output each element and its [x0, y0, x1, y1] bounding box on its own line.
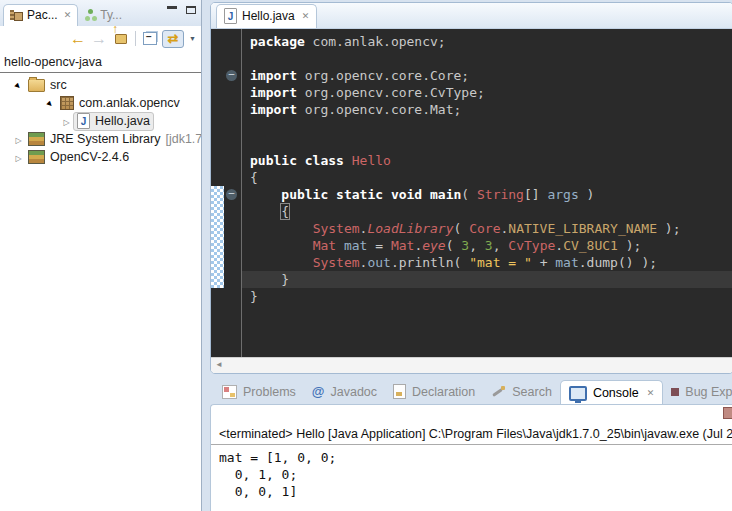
- console-output[interactable]: mat = [1, 0, 0; 0, 1, 0; 0, 0, 1]: [211, 445, 732, 500]
- code-token: [250, 238, 313, 253]
- tree-item-label: com.anlak.opencv: [79, 96, 180, 110]
- code-token: eye: [422, 238, 445, 253]
- tree-item-com-anlak-opencv[interactable]: com.anlak.opencv: [0, 94, 201, 112]
- horizontal-scrollbar[interactable]: [211, 357, 732, 374]
- code-line: import org.opencv.core.Core;: [242, 67, 732, 84]
- code-token: package: [250, 34, 305, 49]
- code-token: CV_8UC1: [563, 238, 618, 253]
- code-token: [250, 204, 281, 219]
- tab-label: Javadoc: [330, 385, 377, 399]
- code-token: );: [657, 221, 680, 236]
- tab-declaration[interactable]: Declaration: [385, 380, 483, 404]
- code-token: .println(: [391, 255, 469, 270]
- code-line: [242, 118, 732, 135]
- tree-item-label: OpenCV-2.4.6: [50, 150, 129, 164]
- tab-javadoc[interactable]: Javadoc: [304, 380, 385, 404]
- go-up-icon[interactable]: [112, 30, 128, 48]
- minimize-icon[interactable]: [167, 6, 177, 14]
- problems-icon: [222, 385, 237, 399]
- tab-hello-java[interactable]: Hello.java: [216, 4, 317, 28]
- code-token: String: [477, 187, 524, 202]
- code-token: CvType: [508, 238, 555, 253]
- expand-arrow-icon[interactable]: [60, 114, 73, 128]
- tab-search[interactable]: Search: [483, 380, 560, 404]
- code-token: }: [250, 289, 258, 304]
- code-token: []: [524, 187, 547, 202]
- code-token: "mat = ": [469, 255, 532, 270]
- code-line: import org.opencv.core.Mat;: [242, 101, 732, 118]
- code-token: Hello: [352, 153, 391, 168]
- editor-tab-bar: Hello.java: [211, 3, 732, 29]
- package-icon: [60, 96, 74, 110]
- tree-item-jre-system-library[interactable]: JRE System Library [jdk1.7.0: [0, 130, 201, 148]
- tree-item-src[interactable]: src: [0, 76, 201, 94]
- range-indicator: [211, 186, 224, 288]
- fold-collapse-icon[interactable]: [226, 70, 237, 81]
- code-token: Mat: [391, 238, 414, 253]
- tab-package-explorer[interactable]: Pac...: [3, 4, 78, 26]
- close-icon[interactable]: [647, 388, 655, 398]
- package-explorer-panel: Pac... Ty... hello-opencv-java srccom.an…: [0, 0, 202, 511]
- code-line: }: [242, 288, 732, 305]
- code-token: [344, 153, 352, 168]
- tab-bug-explorer[interactable]: Bug Explorer: [663, 380, 732, 404]
- tab-console[interactable]: Console: [560, 380, 663, 405]
- tab-label: Hello.java: [242, 9, 295, 23]
- library-icon: [28, 150, 45, 164]
- code-token: ): [579, 187, 595, 202]
- tab-type-hierarchy[interactable]: Ty...: [78, 5, 128, 26]
- code-token: (: [454, 221, 470, 236]
- console-toolbar-icon[interactable]: [723, 407, 732, 419]
- tree-item-content: src: [25, 77, 70, 94]
- collapse-all-icon[interactable]: [143, 32, 157, 45]
- close-icon[interactable]: [302, 11, 310, 21]
- console-output-line: 0, 1, 0;: [211, 466, 732, 483]
- tree-item-content: com.anlak.opencv: [57, 95, 183, 112]
- view-tab-bar: Pac... Ty...: [0, 0, 201, 26]
- code-token: org.opencv.core.CvType;: [297, 85, 485, 100]
- collapse-arrow-icon[interactable]: [44, 96, 57, 110]
- package-explorer-icon: [10, 9, 23, 21]
- tree-item-label: src: [50, 78, 67, 92]
- project-root-label[interactable]: hello-opencv-java: [0, 51, 201, 73]
- code-line: }: [242, 271, 732, 288]
- tree-item-opencv-2-4-6[interactable]: OpenCV-2.4.6: [0, 148, 201, 166]
- tab-problems[interactable]: Problems: [214, 380, 304, 404]
- code-token: =: [367, 238, 390, 253]
- code-token: (: [446, 238, 462, 253]
- maximize-icon[interactable]: [186, 6, 196, 14]
- back-arrow-icon[interactable]: [70, 30, 86, 48]
- code-token: mat: [555, 255, 578, 270]
- tab-label: Pac...: [27, 8, 58, 22]
- code-editor: package com.anlak.opencv;import org.open…: [211, 29, 732, 357]
- tab-label: Bug Explorer: [685, 385, 732, 399]
- expand-arrow-icon[interactable]: [12, 132, 25, 146]
- collapse-arrow-icon[interactable]: [12, 78, 25, 92]
- code-token: {: [250, 170, 258, 185]
- search-icon: [491, 385, 506, 399]
- view-menu-icon[interactable]: [189, 30, 196, 48]
- code-line: [242, 50, 732, 67]
- forward-arrow-icon[interactable]: [91, 30, 107, 48]
- view-window-buttons: [167, 6, 196, 14]
- code-token: public static void main: [281, 187, 461, 202]
- bottom-view-tab-bar: ProblemsJavadocDeclarationSearchConsoleB…: [214, 379, 732, 404]
- toolbar-separator: [135, 31, 136, 46]
- code-token: .: [555, 238, 563, 253]
- fold-collapse-icon[interactable]: [226, 189, 237, 200]
- code-token: args: [547, 187, 578, 202]
- expand-arrow-icon[interactable]: [12, 150, 25, 164]
- annotation-ruler: [211, 29, 242, 357]
- code-text-area[interactable]: package com.anlak.opencv;import org.open…: [242, 29, 732, 357]
- code-token: System: [313, 221, 360, 236]
- package-explorer-toolbar: [0, 26, 201, 51]
- declaration-icon: [393, 384, 406, 399]
- code-token: com.anlak.opencv;: [305, 34, 446, 49]
- code-line: {: [242, 203, 732, 220]
- jfile-icon: [77, 113, 90, 129]
- tree-item-content: OpenCV-2.4.6: [25, 149, 132, 166]
- close-icon[interactable]: [64, 10, 72, 20]
- link-with-editor-icon[interactable]: [162, 30, 184, 48]
- tree-item-hello-java[interactable]: Hello.java: [0, 112, 201, 130]
- code-token: [336, 238, 344, 253]
